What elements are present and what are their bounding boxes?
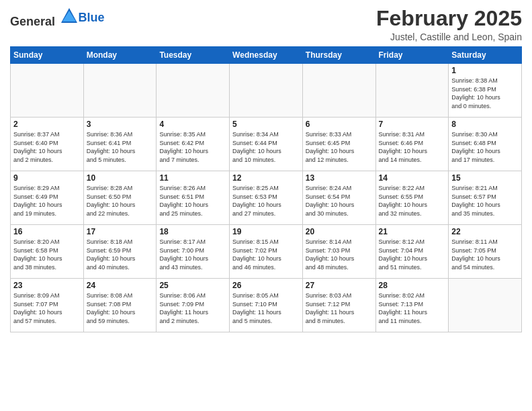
day-number: 23 (13, 281, 81, 290)
day-info: Sunrise: 8:25 AM Sunset: 6:53 PM Dayligh… (232, 184, 300, 218)
day-number: 17 (87, 227, 154, 236)
table-row: 13Sunrise: 8:24 AM Sunset: 6:54 PM Dayli… (302, 171, 375, 225)
title-block: February 2025 Justel, Castille and Leon,… (376, 7, 522, 42)
day-number: 16 (13, 227, 81, 236)
day-info: Sunrise: 8:26 AM Sunset: 6:51 PM Dayligh… (159, 184, 226, 218)
day-number: 5 (232, 120, 300, 129)
header-monday: Monday (83, 47, 157, 64)
calendar-week-row: 1Sunrise: 8:38 AM Sunset: 6:38 PM Daylig… (11, 64, 522, 118)
table-row: 11Sunrise: 8:26 AM Sunset: 6:51 PM Dayli… (157, 171, 230, 225)
table-row: 17Sunrise: 8:18 AM Sunset: 6:59 PM Dayli… (83, 225, 157, 279)
table-row: 19Sunrise: 8:15 AM Sunset: 7:02 PM Dayli… (230, 225, 303, 279)
table-row: 9Sunrise: 8:29 AM Sunset: 6:49 PM Daylig… (11, 171, 84, 225)
day-info: Sunrise: 8:03 AM Sunset: 7:12 PM Dayligh… (306, 291, 373, 325)
day-number: 14 (379, 173, 446, 183)
table-row: 24Sunrise: 8:08 AM Sunset: 7:08 PM Dayli… (83, 279, 157, 332)
day-number: 15 (451, 173, 519, 183)
table-row: 23Sunrise: 8:09 AM Sunset: 7:07 PM Dayli… (11, 279, 84, 332)
day-number: 11 (159, 173, 226, 183)
table-row: 7Sunrise: 8:31 AM Sunset: 6:46 PM Daylig… (375, 118, 449, 171)
table-row (83, 64, 157, 118)
day-number: 10 (87, 173, 154, 183)
table-row: 26Sunrise: 8:05 AM Sunset: 7:10 PM Dayli… (230, 279, 303, 332)
day-info: Sunrise: 8:15 AM Sunset: 7:02 PM Dayligh… (232, 238, 300, 271)
day-number: 27 (306, 281, 373, 290)
table-row: 16Sunrise: 8:20 AM Sunset: 6:58 PM Dayli… (11, 225, 84, 279)
table-row: 20Sunrise: 8:14 AM Sunset: 7:03 PM Dayli… (302, 225, 375, 279)
calendar-week-row: 9Sunrise: 8:29 AM Sunset: 6:49 PM Daylig… (11, 171, 522, 225)
table-row: 3Sunrise: 8:36 AM Sunset: 6:41 PM Daylig… (83, 118, 157, 171)
calendar-table: Sunday Monday Tuesday Wednesday Thursday… (10, 46, 522, 332)
day-info: Sunrise: 8:12 AM Sunset: 7:04 PM Dayligh… (379, 238, 446, 271)
table-row: 18Sunrise: 8:17 AM Sunset: 7:00 PM Dayli… (157, 225, 230, 279)
day-info: Sunrise: 8:06 AM Sunset: 7:09 PM Dayligh… (159, 291, 226, 325)
table-row: 22Sunrise: 8:11 AM Sunset: 7:05 PM Dayli… (449, 225, 522, 279)
table-row: 15Sunrise: 8:21 AM Sunset: 6:57 PM Dayli… (449, 171, 522, 225)
calendar-week-row: 2Sunrise: 8:37 AM Sunset: 6:40 PM Daylig… (11, 118, 522, 171)
day-number: 13 (306, 173, 373, 183)
header-sunday: Sunday (11, 47, 84, 64)
table-row: 27Sunrise: 8:03 AM Sunset: 7:12 PM Dayli… (302, 279, 375, 332)
day-info: Sunrise: 8:28 AM Sunset: 6:50 PM Dayligh… (87, 184, 154, 218)
day-number: 22 (451, 227, 519, 236)
day-info: Sunrise: 8:05 AM Sunset: 7:10 PM Dayligh… (232, 291, 300, 325)
day-number: 25 (159, 281, 226, 290)
day-info: Sunrise: 8:08 AM Sunset: 7:08 PM Dayligh… (87, 291, 154, 325)
day-number: 7 (379, 120, 446, 129)
table-row (449, 279, 522, 332)
day-info: Sunrise: 8:33 AM Sunset: 6:45 PM Dayligh… (306, 130, 373, 164)
header-friday: Friday (375, 47, 449, 64)
day-info: Sunrise: 8:02 AM Sunset: 7:13 PM Dayligh… (379, 291, 446, 325)
day-number: 8 (451, 120, 519, 129)
day-number: 26 (232, 281, 300, 290)
day-info: Sunrise: 8:31 AM Sunset: 6:46 PM Dayligh… (379, 130, 446, 164)
table-row: 14Sunrise: 8:22 AM Sunset: 6:55 PM Dayli… (375, 171, 449, 225)
table-row (230, 64, 303, 118)
day-info: Sunrise: 8:17 AM Sunset: 7:00 PM Dayligh… (159, 238, 226, 271)
day-number: 6 (306, 120, 373, 129)
month-year-title: February 2025 (376, 7, 522, 30)
day-info: Sunrise: 8:30 AM Sunset: 6:48 PM Dayligh… (451, 130, 519, 164)
day-info: Sunrise: 8:36 AM Sunset: 6:41 PM Dayligh… (87, 130, 154, 164)
day-number: 18 (159, 227, 226, 236)
table-row: 28Sunrise: 8:02 AM Sunset: 7:13 PM Dayli… (375, 279, 449, 332)
day-info: Sunrise: 8:21 AM Sunset: 6:57 PM Dayligh… (451, 184, 519, 218)
header-tuesday: Tuesday (157, 47, 230, 64)
table-row (302, 64, 375, 118)
day-number: 4 (159, 120, 226, 129)
day-info: Sunrise: 8:29 AM Sunset: 6:49 PM Dayligh… (13, 184, 81, 218)
header: General Blue February 2025 Justel, Casti… (10, 7, 522, 42)
table-row: 10Sunrise: 8:28 AM Sunset: 6:50 PM Dayli… (83, 171, 157, 225)
calendar-week-row: 23Sunrise: 8:09 AM Sunset: 7:07 PM Dayli… (11, 279, 522, 332)
table-row: 25Sunrise: 8:06 AM Sunset: 7:09 PM Dayli… (157, 279, 230, 332)
logo: General Blue (10, 7, 105, 29)
day-info: Sunrise: 8:24 AM Sunset: 6:54 PM Dayligh… (306, 184, 373, 218)
table-row: 8Sunrise: 8:30 AM Sunset: 6:48 PM Daylig… (449, 118, 522, 171)
weekday-header-row: Sunday Monday Tuesday Wednesday Thursday… (11, 47, 522, 64)
header-wednesday: Wednesday (230, 47, 303, 64)
table-row: 21Sunrise: 8:12 AM Sunset: 7:04 PM Dayli… (375, 225, 449, 279)
table-row (375, 64, 449, 118)
day-number: 3 (87, 120, 154, 129)
table-row (11, 64, 84, 118)
table-row: 6Sunrise: 8:33 AM Sunset: 6:45 PM Daylig… (302, 118, 375, 171)
calendar-week-row: 16Sunrise: 8:20 AM Sunset: 6:58 PM Dayli… (11, 225, 522, 279)
table-row: 5Sunrise: 8:34 AM Sunset: 6:44 PM Daylig… (230, 118, 303, 171)
day-number: 20 (306, 227, 373, 236)
day-info: Sunrise: 8:38 AM Sunset: 6:38 PM Dayligh… (451, 77, 519, 110)
logo-blue: Blue (79, 11, 105, 24)
day-info: Sunrise: 8:09 AM Sunset: 7:07 PM Dayligh… (13, 291, 81, 325)
table-row: 2Sunrise: 8:37 AM Sunset: 6:40 PM Daylig… (11, 118, 84, 171)
day-info: Sunrise: 8:37 AM Sunset: 6:40 PM Dayligh… (13, 130, 81, 164)
header-thursday: Thursday (302, 47, 375, 64)
day-info: Sunrise: 8:35 AM Sunset: 6:42 PM Dayligh… (159, 130, 226, 164)
table-row: 1Sunrise: 8:38 AM Sunset: 6:38 PM Daylig… (449, 64, 522, 118)
logo-general: General (10, 15, 55, 28)
table-row: 12Sunrise: 8:25 AM Sunset: 6:53 PM Dayli… (230, 171, 303, 225)
day-number: 12 (232, 173, 300, 183)
day-info: Sunrise: 8:34 AM Sunset: 6:44 PM Dayligh… (232, 130, 300, 164)
day-number: 9 (13, 173, 81, 183)
day-number: 1 (451, 66, 519, 75)
header-saturday: Saturday (449, 47, 522, 64)
day-info: Sunrise: 8:20 AM Sunset: 6:58 PM Dayligh… (13, 238, 81, 271)
